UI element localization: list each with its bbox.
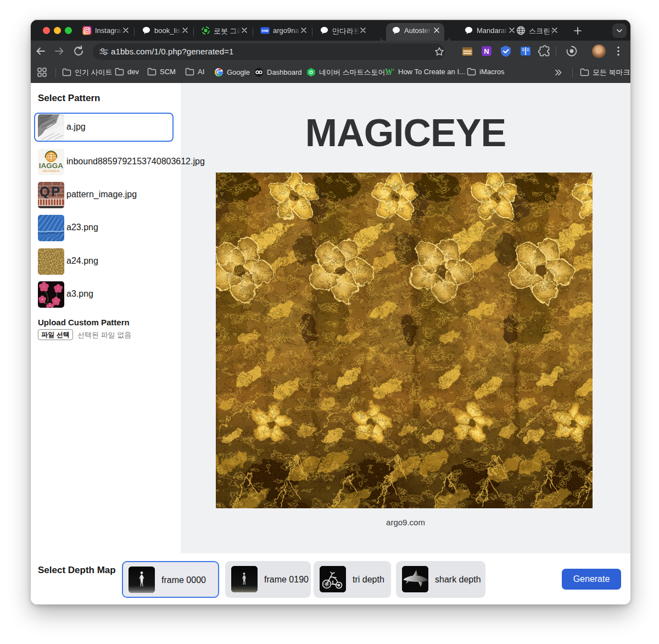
- svg-text:IAGGA: IAGGA: [39, 162, 64, 170]
- svg-text:3: 3: [393, 68, 395, 72]
- svg-text:INDONESIA: INDONESIA: [42, 170, 60, 173]
- svg-text:W: W: [385, 68, 393, 75]
- svg-text:N: N: [484, 47, 489, 55]
- svg-text:Q: Q: [40, 184, 50, 199]
- svg-text:DSM: DSM: [262, 29, 269, 32]
- svg-text:P: P: [51, 184, 60, 199]
